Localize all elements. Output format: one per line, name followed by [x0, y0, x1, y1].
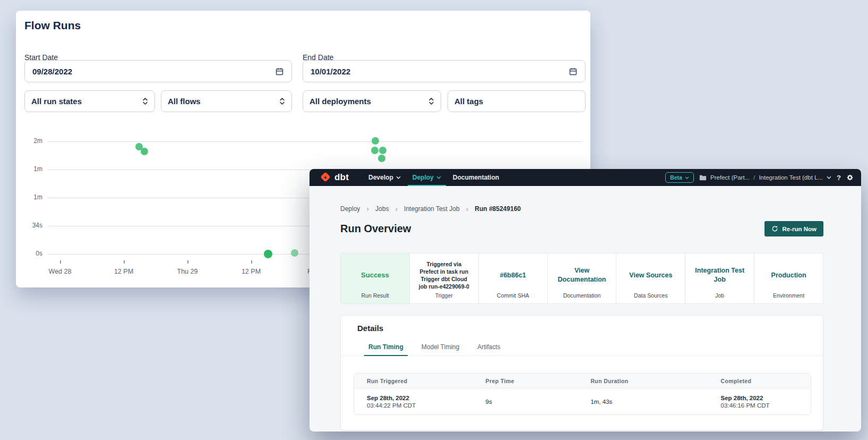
flow-run-data-point[interactable] — [372, 137, 379, 145]
job-link[interactable]: Integration Test Job — [692, 258, 747, 292]
view-sources-link[interactable]: View Sources — [623, 258, 678, 292]
calendar-icon[interactable] — [569, 67, 578, 76]
environment-link[interactable]: Production — [761, 258, 816, 292]
tags-value: All tags — [454, 97, 483, 106]
breadcrumb-separator: › — [395, 205, 398, 213]
chart-x-tick-label: 12 PM — [232, 268, 270, 275]
chart-y-tick-label: 0s — [16, 250, 42, 257]
calendar-icon[interactable] — [275, 67, 284, 76]
chart-x-tick-label: Wed 28 — [41, 268, 79, 275]
beta-badge[interactable]: Beta — [665, 172, 694, 183]
help-icon[interactable]: ? — [837, 174, 841, 182]
dbt-cloud-window: dbt Develop Deploy Documentation Beta — [310, 169, 861, 431]
run-states-select[interactable]: All run states — [24, 90, 155, 112]
job-label: Job — [692, 292, 747, 299]
summary-card-trigger: Triggered via Prefect in task run Trigge… — [410, 253, 479, 303]
details-tabs: Run Timing Model Timing Artifacts — [341, 340, 823, 356]
commit-sha-link[interactable]: #6b86c1 — [486, 258, 540, 292]
chevron-down-icon — [436, 176, 441, 179]
details-card: Details Run Timing Model Timing Artifact… — [340, 315, 823, 430]
rerun-icon — [771, 225, 778, 232]
header-prep-time: Prep Time — [473, 378, 578, 384]
flow-run-data-point[interactable] — [378, 155, 385, 162]
chart-x-tick-label: Thu 29 — [168, 268, 207, 275]
updown-chevron-icon — [279, 97, 285, 105]
flow-run-data-point[interactable] — [371, 147, 379, 154]
chart-x-tick — [60, 260, 61, 264]
flow-run-data-point[interactable] — [264, 250, 272, 258]
run-states-value: All run states — [31, 97, 82, 106]
rerun-label: Re-run Now — [782, 226, 817, 232]
dbt-logo-icon — [320, 172, 331, 183]
nav-item-develop[interactable]: Develop — [363, 169, 407, 186]
breadcrumb-jobs[interactable]: Jobs — [375, 205, 389, 213]
folder-icon — [699, 174, 707, 181]
active-nav-underline — [408, 185, 446, 187]
rerun-now-button[interactable]: Re-run Now — [764, 221, 823, 236]
chart-x-tick — [124, 260, 125, 264]
table-header-row: Run Triggered Prep Time Run Duration Com… — [354, 374, 811, 388]
details-title: Details — [357, 324, 383, 333]
nav-item-documentation[interactable]: Documentation — [447, 169, 505, 186]
flow-run-data-point[interactable] — [379, 147, 386, 154]
chart-y-tick-label: 2m — [16, 137, 42, 145]
breadcrumb-separator: › — [466, 205, 469, 213]
flows-select[interactable]: All flows — [161, 90, 292, 112]
chart-y-tick-label: 34s — [16, 222, 42, 229]
chevron-down-icon — [685, 176, 689, 179]
trigger-value: Triggered via Prefect in task run Trigge… — [417, 258, 471, 292]
header-run-triggered: Run Triggered — [354, 378, 473, 384]
flow-runs-title: Flow Runs — [24, 19, 81, 32]
run-summary-cards: Success Run Result Triggered via Prefect… — [340, 253, 823, 304]
flows-value: All flows — [168, 97, 201, 106]
path-separator: / — [753, 174, 755, 181]
run-result-label: Run Result — [348, 292, 402, 299]
header-run-duration: Run Duration — [578, 378, 708, 384]
nav-item-deploy[interactable]: Deploy — [407, 169, 447, 186]
summary-card-run-result: Success Run Result — [341, 253, 410, 303]
tags-select[interactable]: All tags — [448, 90, 586, 112]
run-result-value: Success — [348, 258, 402, 292]
breadcrumb-deploy[interactable]: Deploy — [340, 205, 360, 213]
summary-card-job: Integration Test Job Job — [685, 253, 754, 303]
end-date-input[interactable]: 10/01/2022 — [303, 60, 586, 82]
environment-name: Integration Test (dbt L... — [759, 174, 823, 181]
gear-icon[interactable] — [846, 174, 854, 181]
chart-x-tick — [251, 260, 252, 264]
chart-x-tick-label: 12 PM — [105, 268, 143, 275]
cell-completed: Sep 28th, 2022 03:46:16 PM CDT — [708, 395, 811, 409]
flow-run-data-point[interactable] — [291, 249, 298, 257]
run-timing-table: Run Triggered Prep Time Run Duration Com… — [354, 373, 811, 415]
project-name: Prefect (Part... — [710, 174, 750, 181]
cell-run-duration: 1m, 43s — [578, 399, 708, 405]
breadcrumb-run-number: Run #85249160 — [475, 205, 521, 213]
cell-prep-time: 9s — [473, 399, 578, 405]
end-date-value: 10/01/2022 — [311, 67, 350, 76]
tab-artifacts[interactable]: Artifacts — [477, 343, 500, 356]
flow-run-data-point[interactable] — [141, 148, 148, 155]
dbt-brand-name: dbt — [334, 172, 349, 183]
trigger-label: Trigger — [417, 292, 471, 299]
chart-x-tick — [187, 260, 188, 264]
chart-gridline — [48, 141, 582, 142]
environment-label: Environment — [761, 292, 816, 299]
documentation-label: Documentation — [555, 292, 609, 299]
summary-card-data-sources: View Sources Data Sources — [616, 253, 685, 303]
summary-card-documentation: View Documentation Documentation — [548, 253, 617, 303]
header-completed: Completed — [708, 378, 811, 384]
tab-run-timing[interactable]: Run Timing — [368, 343, 403, 356]
dbt-logo[interactable]: dbt — [320, 172, 349, 183]
chevron-down-icon — [396, 176, 401, 179]
project-selector[interactable]: Prefect (Part... / Integration Test (dbt… — [699, 174, 831, 181]
summary-card-commit-sha: #6b86c1 Commit SHA — [479, 253, 548, 303]
cell-run-triggered: Sep 28th, 2022 03:44:22 PM CDT — [354, 395, 473, 409]
chart-y-tick-label: 1m — [16, 193, 42, 201]
tab-model-timing[interactable]: Model Timing — [422, 343, 459, 356]
view-documentation-link[interactable]: View Documentation — [555, 258, 609, 292]
breadcrumb-job-name[interactable]: Integration Test Job — [404, 205, 460, 213]
start-date-input[interactable]: 09/28/2022 — [24, 60, 292, 82]
updown-chevron-icon — [428, 97, 434, 105]
chart-y-tick-label: 1m — [16, 165, 42, 173]
commit-sha-label: Commit SHA — [486, 292, 540, 299]
deployments-select[interactable]: All deployments — [303, 90, 441, 112]
